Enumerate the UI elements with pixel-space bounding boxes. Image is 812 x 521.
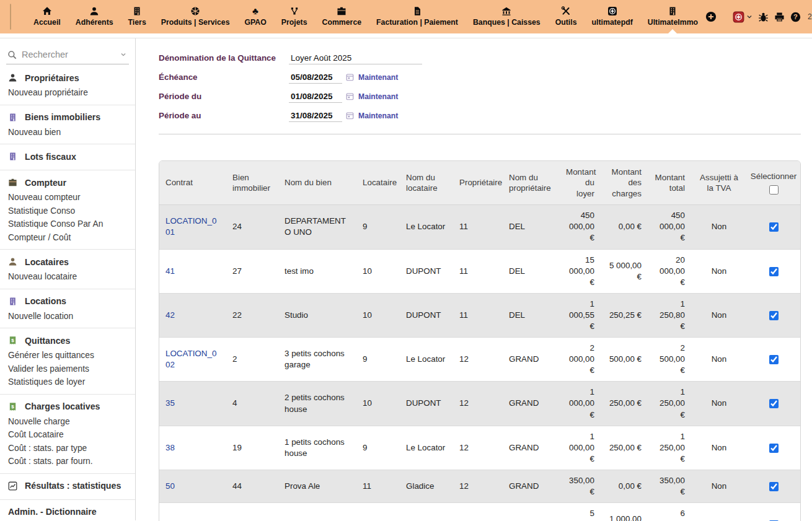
cell-bien: 2	[226, 338, 278, 382]
projects-icon	[289, 6, 299, 16]
topnav-item[interactable]: Adhérents	[68, 0, 121, 33]
sidebar-item[interactable]: Nouveau propriétaire	[8, 86, 127, 100]
cell-bien: 24	[226, 205, 278, 249]
sidebar-item[interactable]: Coût : stats. par type	[8, 442, 127, 455]
form-field-input[interactable]	[289, 71, 342, 84]
contract-link[interactable]: 50	[165, 481, 175, 491]
contract-link[interactable]: 41	[165, 266, 175, 276]
sidebar-section-title[interactable]: Compteur	[8, 176, 127, 189]
cell-nom-proprietaire: GRAND	[503, 470, 560, 503]
contract-link[interactable]: LOCATION_002	[165, 349, 216, 369]
calendar-icon[interactable]	[346, 112, 354, 120]
row-select-checkbox[interactable]	[769, 222, 779, 232]
topnav-item-label: Accueil	[33, 18, 61, 27]
sidebar-item[interactable]: Coût : stats. par fourn.	[8, 455, 127, 468]
topnav-item[interactable]: Tiers	[121, 0, 154, 33]
sidebar-section-title[interactable]: Quittances	[8, 334, 127, 347]
sidebar-section-title[interactable]: Résultats : statistiques	[8, 479, 127, 493]
cell-tva: Non	[691, 470, 747, 503]
stats-icon	[8, 481, 17, 491]
cell-tva: Non	[691, 205, 747, 249]
cell-tva: Non	[691, 426, 747, 470]
topbar-right-cluster: 22.0.1	[705, 7, 812, 26]
row-select-checkbox[interactable]	[769, 355, 779, 364]
sidebar-section-title[interactable]: Admin. - Dictionnaire	[8, 506, 127, 519]
row-select-checkbox[interactable]	[769, 482, 779, 491]
maintenant-link[interactable]: Maintenant	[358, 92, 398, 101]
search-dropdown-caret-icon[interactable]	[120, 51, 126, 58]
form-field-input[interactable]	[289, 52, 422, 64]
calendar-icon[interactable]	[346, 73, 354, 81]
cell-montant-loyer: 350,00 €	[560, 470, 601, 503]
table-row: 38 19 1 petits cochons house 9 Le Locato…	[159, 426, 800, 470]
sidebar-item[interactable]: Valider les paiements	[8, 362, 127, 376]
cell-bien: 19	[226, 426, 278, 470]
topnav-item[interactable]: GPAO	[237, 0, 273, 33]
contract-link[interactable]: 42	[165, 310, 175, 320]
cell-nom-proprietaire: DEL	[503, 250, 560, 294]
cell-locataire: 9	[356, 426, 400, 470]
col-header-locataire: Locataire	[356, 161, 400, 205]
sidebar-item[interactable]: Nouveau compteur	[8, 191, 127, 204]
sidebar-item[interactable]: Compteur / Coût	[8, 231, 127, 245]
contract-link[interactable]: 38	[165, 443, 175, 452]
print-icon[interactable]	[774, 12, 785, 22]
topnav-item[interactable]: Produits | Services	[154, 0, 237, 33]
form-field-input[interactable]	[289, 90, 342, 103]
active-tab-notch	[668, 29, 677, 33]
debug-bug-icon[interactable]	[758, 12, 769, 22]
sidebar-item[interactable]: Statistique Conso	[8, 204, 127, 218]
contract-link[interactable]: LOCATION_001	[165, 216, 216, 237]
table-row: LOCATION_001 24 DEPARTAMENTO UNO 9 Le Lo…	[159, 205, 800, 249]
building-icon	[8, 297, 17, 306]
sidebar-section-title[interactable]: Locataires	[8, 255, 127, 268]
sidebar-section-title[interactable]: Propriétaires	[8, 71, 127, 84]
topnav-item[interactable]: Accueil	[26, 0, 68, 33]
topnav-item-label: ultimatepdf	[592, 18, 633, 27]
sidebar-item[interactable]: Nouveau locataire	[8, 270, 127, 284]
row-select-checkbox[interactable]	[769, 444, 779, 453]
topnav-item[interactable]: Commerce	[315, 0, 369, 33]
topnav-item[interactable]: Facturation | Paiement	[369, 0, 466, 33]
quick-add-icon[interactable]	[705, 11, 717, 22]
sidebar-section: Charges locatives Nouvelle charge Coût L…	[0, 395, 135, 474]
sidebar-item[interactable]: Coût Locataire	[8, 428, 127, 442]
cell-nom-locataire: Larios	[400, 503, 453, 521]
sidebar-item[interactable]: Statistique Conso Par An	[8, 217, 127, 231]
topnav-item[interactable]: Banques | Caisses	[466, 0, 548, 33]
topnav-item-label: Outils	[555, 18, 577, 27]
help-icon[interactable]	[790, 12, 801, 22]
sidebar-section-title[interactable]: Lots fiscaux	[8, 150, 127, 163]
sidebar-search	[6, 46, 129, 64]
topnav-item[interactable]: UltimateImmo	[640, 0, 705, 33]
module-switcher[interactable]	[733, 11, 752, 23]
topnav-item[interactable]: Outils	[548, 0, 585, 33]
sidebar-item[interactable]: Nouvelle location	[8, 310, 127, 323]
row-select-checkbox[interactable]	[769, 267, 779, 276]
maintenant-link[interactable]: Maintenant	[358, 73, 398, 82]
sidebar-section-title[interactable]: Biens immobiliers	[8, 111, 127, 124]
chevron-down-icon	[746, 14, 752, 20]
sidebar-item[interactable]: Statistiques de loyer	[8, 375, 127, 389]
select-all-checkbox[interactable]	[769, 185, 779, 195]
building-icon	[8, 113, 17, 122]
sidebar-section-title[interactable]: Locations	[8, 295, 127, 308]
sidebar-section-title[interactable]: Charges locatives	[8, 400, 127, 413]
topnav-item[interactable]: Projets	[274, 0, 315, 33]
form-field-input[interactable]	[289, 110, 342, 122]
form-row: Échéance Maintenant	[159, 68, 801, 87]
sidebar-item[interactable]: Nouvelle charge	[8, 415, 127, 429]
row-select-checkbox[interactable]	[769, 399, 779, 408]
sidebar-item[interactable]: Générer les quittances	[8, 349, 127, 362]
search-input[interactable]	[22, 50, 115, 59]
maintenant-link[interactable]: Maintenant	[358, 112, 398, 120]
row-select-checkbox[interactable]	[769, 311, 779, 320]
calendar-icon[interactable]	[346, 92, 354, 100]
topnav-item-label: Projets	[281, 18, 307, 27]
topnav-item[interactable]: ultimatepdf	[585, 0, 640, 33]
sidebar-item[interactable]: Nouveau bien	[8, 126, 127, 139]
app-logo[interactable]	[10, 4, 11, 30]
cell-nom-bien: VILLA	[278, 503, 356, 521]
contract-link[interactable]: 35	[165, 398, 175, 408]
table-row: 41 27 test imo 10 DUPONT 11 DEL 15 000,0…	[159, 250, 800, 294]
